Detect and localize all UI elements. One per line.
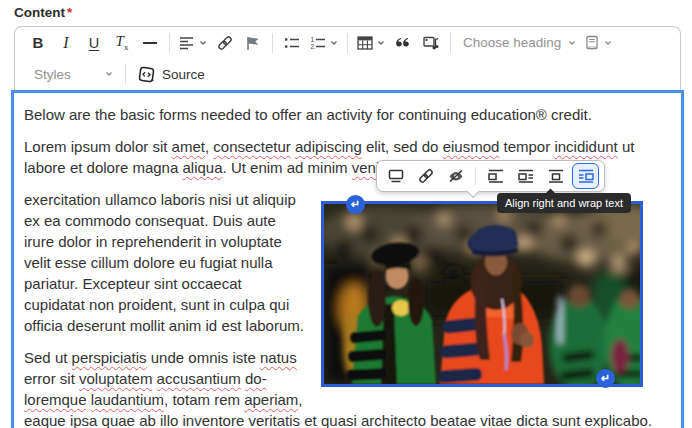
media-icon [422, 34, 440, 52]
misspelled-word: consectetur [213, 138, 291, 155]
misspelled-word: perspiciatis [72, 349, 147, 366]
toggle-caption-button[interactable] [382, 163, 409, 189]
remove-format-button[interactable]: Tx [108, 30, 136, 56]
toggle-caption-icon [387, 167, 405, 185]
toolbar-separator [169, 33, 170, 53]
insert-template-dropdown[interactable]: <> [580, 30, 616, 56]
misspelled-word: aperiam [244, 391, 298, 408]
align-block-left-button[interactable] [482, 163, 509, 189]
field-label: Content* [14, 5, 72, 20]
insert-paragraph-before-handle[interactable]: ↵ [346, 195, 365, 214]
flag-button[interactable] [239, 30, 267, 56]
centered-break-text-icon [547, 167, 565, 185]
heading-dropdown-label: Choose heading [459, 35, 565, 50]
styles-dropdown-label: Styles [30, 67, 75, 82]
return-arrow-icon: ↵ [351, 198, 360, 210]
bold-icon: B [33, 34, 44, 51]
low-vision-icon [447, 167, 465, 185]
table-icon [356, 34, 374, 52]
misspelled-word: eaque [24, 412, 66, 428]
svg-text:<>: <> [588, 43, 596, 50]
align-left-wrap-button[interactable] [512, 163, 539, 189]
italic-icon: I [63, 34, 68, 52]
misspelled-word: inventore [183, 412, 245, 428]
paragraph[interactable]: Below are the basic forms needed to offe… [24, 104, 671, 125]
bold-button[interactable]: B [24, 30, 52, 56]
chevron-down-icon [198, 38, 208, 48]
chevron-down-icon [104, 69, 114, 79]
styles-dropdown[interactable]: Styles [24, 61, 120, 87]
editor-content-area[interactable]: Below are the basic forms needed to offe… [11, 90, 684, 428]
misspelled-word: accusantium [157, 370, 241, 387]
heading-dropdown[interactable]: Choose heading [456, 30, 580, 56]
insert-table-dropdown[interactable] [353, 30, 389, 56]
chevron-down-icon [376, 38, 386, 48]
misspelled-word: laudantium [91, 391, 164, 408]
block-quote-icon [394, 34, 412, 52]
misspelled-word: quae [102, 412, 135, 428]
misspelled-word: veritatis [248, 412, 300, 428]
centered-break-text-button[interactable] [542, 163, 569, 189]
graduation-ceremony-image [324, 204, 640, 384]
text-alignment-dropdown[interactable] [175, 30, 211, 56]
image-balloon-toolbar [376, 160, 605, 192]
return-arrow-icon: ↵ [601, 372, 610, 384]
bulleted-list-icon [283, 34, 301, 52]
misspelled-word: aliqua [182, 159, 222, 176]
toolbar-separator [475, 167, 476, 185]
misspelled-word: voluptatem [79, 370, 152, 387]
editor-toolbar: B I U Tx [14, 26, 681, 90]
numbered-list-icon: 1.2. [309, 34, 327, 52]
misspelled-word: natus [260, 349, 297, 366]
misspelled-word: explicabo [585, 412, 648, 428]
svg-text:2.: 2. [311, 43, 317, 50]
numbered-list-dropdown[interactable]: 1.2. [306, 30, 342, 56]
text-alternative-button[interactable] [442, 163, 469, 189]
toolbar-separator [450, 33, 451, 53]
misspelled-word: eiusmod [443, 138, 500, 155]
underline-icon: U [89, 35, 99, 51]
image-link-button[interactable] [412, 163, 439, 189]
misspelled-word: adipiscing [295, 138, 362, 155]
source-icon [137, 65, 156, 84]
underline-button[interactable]: U [80, 30, 108, 56]
insert-media-button[interactable] [417, 30, 445, 56]
horizontal-line-icon [141, 34, 159, 52]
toolbar-row-2: Styles Source [15, 58, 680, 90]
align-block-left-icon [487, 167, 505, 185]
editor: B I U Tx [11, 26, 684, 428]
chevron-down-icon [603, 38, 613, 48]
rich-text-editor-page: Content* B I U Tx [0, 0, 692, 428]
block-quote-button[interactable] [389, 30, 417, 56]
field-label-text: Content [14, 5, 65, 20]
chevron-down-icon [329, 38, 339, 48]
chevron-down-icon [567, 38, 577, 48]
misspelled-word: beatae [430, 412, 476, 428]
source-button-label: Source [162, 67, 205, 82]
misspelled-word: amet [172, 138, 205, 155]
link-icon [216, 34, 234, 52]
required-asterisk: * [67, 5, 72, 20]
misspelled-word: incididunt [554, 138, 617, 155]
horizontal-line-button[interactable] [136, 30, 164, 56]
toolbar-separator [272, 33, 273, 53]
insert-paragraph-after-handle[interactable]: ↵ [596, 369, 615, 388]
align-left-wrap-icon [517, 167, 535, 185]
inserted-image-widget[interactable]: ↵ ↵ [321, 201, 643, 387]
align-right-wrap-button[interactable] [572, 163, 599, 189]
link-button[interactable] [211, 30, 239, 56]
link-icon [417, 167, 435, 185]
bulleted-list-button[interactable] [278, 30, 306, 56]
align-left-icon [178, 34, 196, 52]
tooltip: Align right and wrap text [497, 193, 631, 213]
toolbar-separator [347, 33, 348, 53]
italic-button[interactable]: I [52, 30, 80, 56]
flag-icon [244, 34, 262, 52]
source-button[interactable]: Source [131, 61, 211, 87]
remove-format-icon: Tx [116, 33, 129, 52]
svg-text:1.: 1. [311, 35, 317, 42]
template-icon: <> [583, 34, 601, 52]
toolbar-separator [125, 64, 126, 84]
toolbar-row-1: B I U Tx [15, 27, 680, 58]
align-right-wrap-icon [577, 167, 595, 185]
